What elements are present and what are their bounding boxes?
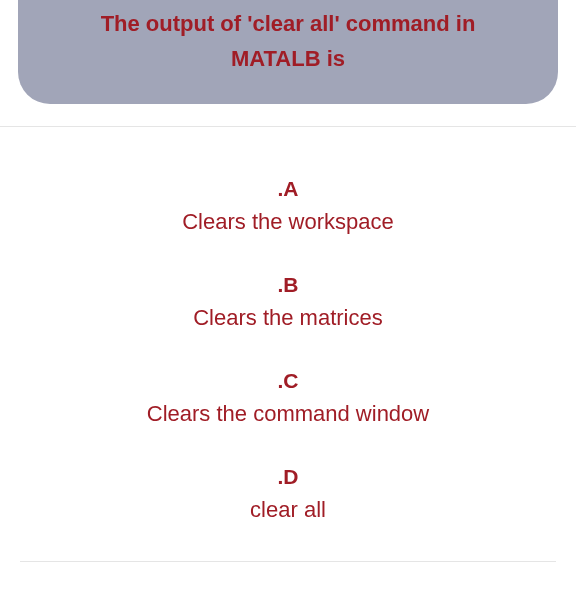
option-label: .D — [20, 465, 556, 489]
option-label: .B — [20, 273, 556, 297]
option-label: .A — [20, 177, 556, 201]
options-container: .A Clears the workspace .B Clears the ma… — [0, 127, 576, 523]
option-text: Clears the matrices — [20, 305, 556, 331]
question-text: The output of 'clear all' command in MAT… — [58, 0, 518, 76]
option-d[interactable]: .D clear all — [20, 465, 556, 523]
option-c[interactable]: .C Clears the command window — [20, 369, 556, 427]
option-a[interactable]: .A Clears the workspace — [20, 177, 556, 235]
question-box: The output of 'clear all' command in MAT… — [18, 0, 558, 104]
option-b[interactable]: .B Clears the matrices — [20, 273, 556, 331]
bottom-divider — [20, 561, 556, 562]
option-label: .C — [20, 369, 556, 393]
option-text: Clears the workspace — [20, 209, 556, 235]
option-text: Clears the command window — [20, 401, 556, 427]
option-text: clear all — [20, 497, 556, 523]
